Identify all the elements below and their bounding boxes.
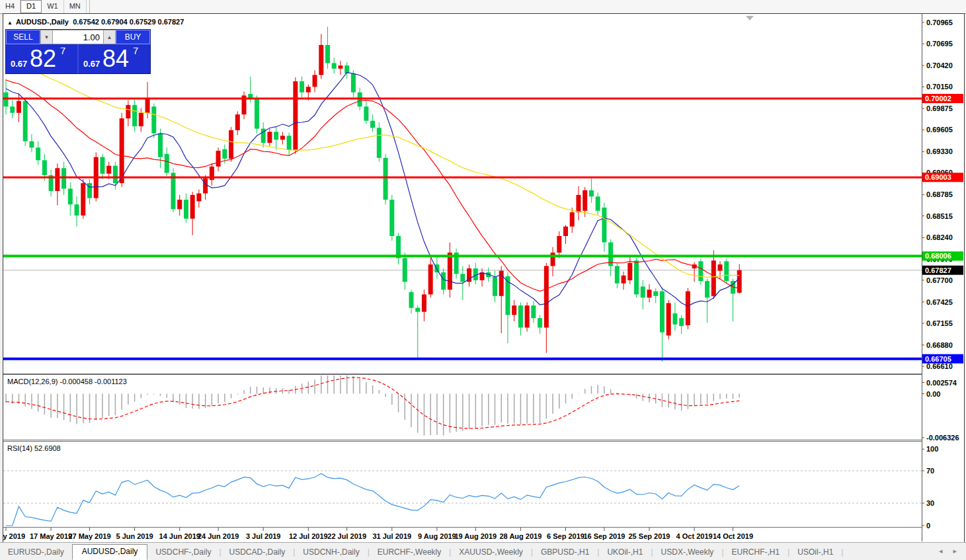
sell-price-prefix: 0.67 — [11, 59, 27, 69]
svg-text:0: 0 — [926, 522, 930, 530]
svg-text:0.68785: 0.68785 — [926, 190, 953, 198]
buy-price-prefix: 0.67 — [83, 59, 100, 69]
price-axis: 0.709650.706950.704200.701500.698750.696… — [922, 14, 964, 541]
svg-text:8 May 2019: 8 May 2019 — [3, 532, 25, 540]
svg-text:0.70420: 0.70420 — [926, 61, 953, 69]
tab-xauusd-weekly[interactable]: XAUUSD-,Weekly — [451, 545, 530, 560]
lot-increase-button[interactable]: ▲ — [103, 30, 116, 44]
svg-text:0.66880: 0.66880 — [926, 341, 953, 349]
chart-shift-marker-icon — [746, 16, 754, 20]
sell-price-panel[interactable]: 0.67 82 7 — [6, 44, 77, 73]
svg-text:6 Sep 2019: 6 Sep 2019 — [547, 532, 584, 540]
svg-text:14 Oct 2019: 14 Oct 2019 — [713, 532, 753, 540]
svg-text:4 Oct 2019: 4 Oct 2019 — [676, 532, 713, 540]
rsi-indicator-label: RSI(14) 52.6908 — [7, 444, 61, 452]
svg-text:0.68006: 0.68006 — [925, 252, 951, 260]
svg-text:0.67700: 0.67700 — [926, 276, 953, 284]
macd-indicator-label: MACD(12,26,9) -0.000458 -0.001123 — [7, 378, 127, 385]
svg-text:0.70150: 0.70150 — [926, 83, 953, 91]
lot-size-input[interactable] — [53, 30, 103, 44]
tab-audusd-daily[interactable]: AUDUSD-,Daily — [72, 544, 148, 560]
sell-price-sup: 7 — [60, 45, 65, 56]
svg-text:0.70965: 0.70965 — [926, 19, 953, 26]
svg-text:0.67155: 0.67155 — [926, 319, 953, 327]
svg-text:25 Sep 2019: 25 Sep 2019 — [629, 532, 670, 540]
svg-text:22 Jul 2019: 22 Jul 2019 — [327, 532, 366, 540]
tabs-scroll-left-icon[interactable]: ◂ — [939, 547, 943, 555]
tab-usdchf-daily[interactable]: USDCHF-,Daily — [147, 545, 219, 560]
symbol-tab-bar: EURUSD-,DailyAUDUSD-,DailyUSDCHF-,Daily|… — [0, 542, 966, 560]
tabs-scroll-right-icon[interactable]: ▸ — [953, 547, 957, 555]
svg-text:0.70002: 0.70002 — [925, 95, 951, 102]
svg-text:24 Jun 2019: 24 Jun 2019 — [198, 532, 239, 540]
price-chart-canvas[interactable]: 0.709650.706950.704200.701500.698750.696… — [3, 14, 964, 543]
svg-text:0.002574: 0.002574 — [926, 379, 957, 387]
svg-text:0.66610: 0.66610 — [926, 362, 953, 370]
candles — [4, 27, 742, 362]
tab-separator: | — [841, 547, 843, 560]
tab-usdcad-daily[interactable]: USDCAD-,Daily — [221, 545, 294, 560]
svg-text:0.69003: 0.69003 — [925, 173, 951, 181]
svg-text:3 Jul 2019: 3 Jul 2019 — [246, 532, 281, 540]
svg-text:-0.006326: -0.006326 — [926, 434, 959, 442]
timeframe-mn-button[interactable]: MN — [64, 0, 87, 13]
rsi-line — [6, 473, 739, 526]
svg-text:0.67827: 0.67827 — [925, 266, 951, 274]
sell-price-big: 82 — [30, 45, 56, 73]
svg-text:0.00: 0.00 — [926, 390, 940, 398]
one-click-trading-panel: SELL ▼ ▲ BUY 0.67 82 7 0.67 84 7 — [6, 30, 150, 73]
timeframe-toolbar: H4D1W1MN — [0, 0, 966, 14]
chart-window: 0.709650.706950.704200.701500.698750.696… — [3, 13, 965, 543]
svg-text:0.69605: 0.69605 — [926, 126, 953, 134]
buy-price-sup: 7 — [133, 45, 138, 56]
indicator-panels — [3, 374, 964, 528]
chart-ohlc-readout: 0.67542 0.67904 0.67529 0.67827 — [73, 18, 184, 26]
tab-usdcnh-daily[interactable]: USDCNH-,Daily — [295, 545, 367, 560]
sell-button[interactable]: SELL — [6, 30, 40, 44]
chart-symbol-period: AUDUSD-,Daily — [16, 18, 69, 26]
buy-price-panel[interactable]: 0.67 84 7 — [79, 44, 150, 73]
tab-usoil-h1[interactable]: USOil-,H1 — [789, 545, 841, 560]
svg-text:28 Aug 2019: 28 Aug 2019 — [500, 532, 542, 540]
svg-text:0.68515: 0.68515 — [926, 212, 953, 220]
svg-text:12 Jul 2019: 12 Jul 2019 — [289, 532, 328, 540]
tab-usdx-weekly[interactable]: USDX-,Weekly — [653, 545, 722, 560]
svg-text:19 Aug 2019: 19 Aug 2019 — [454, 532, 497, 540]
svg-text:27 May 2019: 27 May 2019 — [68, 532, 110, 540]
buy-price-big: 84 — [102, 45, 129, 73]
date-axis: 8 May 201917 May 201927 May 20195 Jun 20… — [3, 528, 753, 540]
svg-text:100: 100 — [926, 445, 938, 453]
svg-text:5 Jun 2019: 5 Jun 2019 — [116, 532, 153, 540]
buy-button[interactable]: BUY — [116, 30, 150, 44]
tab-gbpusd-h1[interactable]: GBPUSD-,H1 — [533, 545, 597, 560]
svg-text:0.66705: 0.66705 — [925, 355, 951, 363]
svg-text:0.69875: 0.69875 — [926, 104, 953, 112]
svg-text:17 May 2019: 17 May 2019 — [30, 532, 72, 540]
svg-text:16 Sep 2019: 16 Sep 2019 — [583, 532, 625, 540]
svg-text:0.68240: 0.68240 — [926, 233, 953, 241]
svg-text:0.67425: 0.67425 — [926, 298, 953, 306]
chart-title: ▲AUDUSD-,Daily 0.67542 0.67904 0.67529 0… — [7, 18, 184, 26]
toolbar-divider — [89, 0, 90, 13]
svg-text:70: 70 — [926, 467, 934, 475]
svg-text:31 Jul 2019: 31 Jul 2019 — [372, 532, 411, 540]
svg-text:9 Aug 2019: 9 Aug 2019 — [418, 532, 456, 540]
timeframe-h4-button[interactable]: H4 — [0, 0, 20, 13]
svg-text:14 Jun 2019: 14 Jun 2019 — [159, 532, 200, 540]
collapse-panel-icon[interactable]: ▲ — [7, 20, 13, 26]
svg-text:0.69330: 0.69330 — [926, 147, 953, 155]
timeframe-d1-button[interactable]: D1 — [20, 0, 42, 13]
lot-decrease-button[interactable]: ▼ — [40, 30, 53, 44]
tab-eurchf-h1[interactable]: EURCHF-,H1 — [724, 545, 788, 560]
tab-ukoil-h1[interactable]: UKOil-,H1 — [599, 545, 651, 560]
svg-text:30: 30 — [926, 499, 934, 507]
tab-eurusd-daily[interactable]: EURUSD-,Daily — [0, 545, 72, 560]
timeframe-w1-button[interactable]: W1 — [42, 0, 64, 13]
svg-text:0.70695: 0.70695 — [926, 40, 953, 48]
tab-eurchf-weekly[interactable]: EURCHF-,Weekly — [370, 545, 449, 560]
ma-line-medium — [6, 80, 739, 291]
